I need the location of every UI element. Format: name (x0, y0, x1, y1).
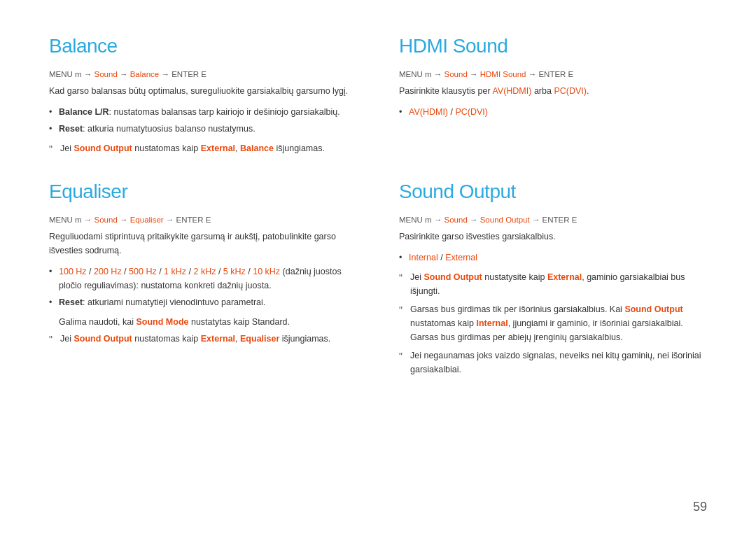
page-container: Balance MENU m → Sound → Balance → ENTER… (0, 0, 756, 444)
balance-bullet-2: Reset: atkuria numatytuosius balanso nus… (49, 122, 357, 136)
equaliser-title: Equaliser (49, 181, 357, 203)
equaliser-desc: Reguliuodami stiprintuvą pritaikykite ga… (49, 230, 357, 258)
sound-output-desc: Pasirinkite garso išvesties garsiakalbiu… (399, 230, 707, 244)
hdmi-bullets: AV(HDMI) / PC(DVI) (399, 105, 707, 119)
equaliser-bullets: 100 Hz / 200 Hz / 500 Hz / 1 kHz / 2 kHz… (49, 265, 357, 309)
equaliser-note: Galima naudoti, kai Sound Mode nustatyta… (49, 315, 357, 329)
balance-title: Balance (49, 35, 357, 57)
balance-menu-path: MENU m → Sound → Balance → ENTER E (49, 70, 357, 78)
balance-bullet-1: Balance L/R: nustatomas balansas tarp ka… (49, 105, 357, 119)
hdmi-menu-path: MENU m → Sound → HDMI Sound → ENTER E (399, 70, 707, 78)
sound-output-bullets: Internal / External (399, 251, 707, 265)
sound-output-bullet-1: Internal / External (399, 251, 707, 265)
equaliser-quote: Jei Sound Output nustatomas kaip Externa… (49, 332, 357, 346)
balance-bullets: Balance L/R: nustatomas balansas tarp ka… (49, 105, 357, 136)
hdmi-desc: Pasirinkite klausytis per AV(HDMI) arba … (399, 84, 707, 98)
sound-output-quote-1: Jei Sound Output nustatysite kaip Extern… (399, 270, 707, 298)
hdmi-sound-title: HDMI Sound (399, 35, 707, 57)
equaliser-bullet-2: Reset: atkuriami numatytieji vienodintuv… (49, 295, 357, 309)
equaliser-bullet-1: 100 Hz / 200 Hz / 500 Hz / 1 kHz / 2 kHz… (49, 265, 357, 293)
sound-output-title: Sound Output (399, 181, 707, 203)
sound-output-quote-3: Jei negaunamas joks vaizdo signalas, nev… (399, 349, 707, 377)
hdmi-bullet-1: AV(HDMI) / PC(DVI) (399, 105, 707, 119)
sound-output-menu-path: MENU m → Sound → Sound Output → ENTER E (399, 216, 707, 224)
balance-section: Balance MENU m → Sound → Balance → ENTER… (49, 35, 357, 181)
equaliser-section: Equaliser MENU m → Sound → Equaliser → E… (49, 181, 357, 402)
balance-quote: Jei Sound Output nustatomas kaip Externa… (49, 141, 357, 155)
sound-output-section: Sound Output MENU m → Sound → Sound Outp… (399, 181, 707, 402)
hdmi-sound-section: HDMI Sound MENU m → Sound → HDMI Sound →… (399, 35, 707, 181)
equaliser-menu-path: MENU m → Sound → Equaliser → ENTER E (49, 216, 357, 224)
sound-output-quote-2: Garsas bus girdimas tik per išorinius ga… (399, 302, 707, 344)
balance-desc: Kad garso balansas būtų optimalus, sureg… (49, 84, 357, 98)
page-number: 59 (693, 500, 707, 514)
